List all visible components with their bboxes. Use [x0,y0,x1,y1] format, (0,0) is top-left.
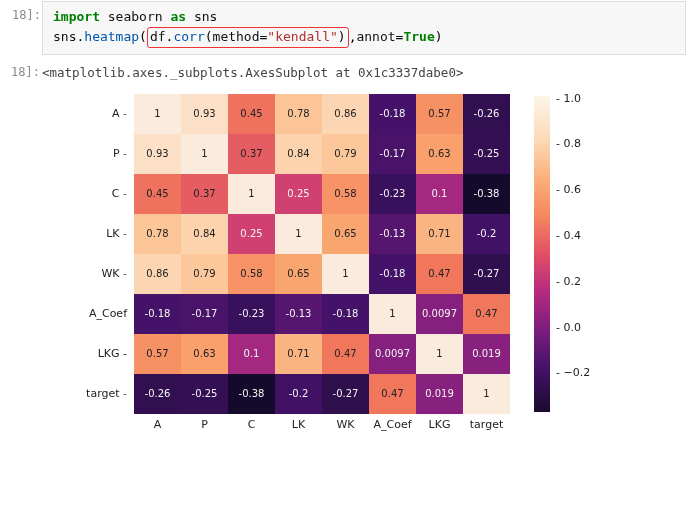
x-tick-label: LKG [416,418,463,431]
y-tick-label: P [82,134,127,174]
heatmap-cell: 0.0097 [416,294,463,334]
colorbar-tick: - 0.4 [556,229,581,242]
y-tick-label: target [82,374,127,414]
heatmap-cell: -0.13 [369,214,416,254]
code-line-2: sns.heatmap(df.corr(method="kendall"),an… [53,27,675,48]
heatmap-cell: 0.57 [134,334,181,374]
heatmap-cell: -0.38 [463,174,510,214]
heatmap-cell: 0.45 [228,94,275,134]
heatmap-cell: 0.63 [416,134,463,174]
heatmap-cell: 1 [416,334,463,374]
heatmap-cell: 0.37 [181,174,228,214]
heatmap-cell: 0.71 [275,334,322,374]
heatmap-cell: -0.2 [275,374,322,414]
heatmap-cell: -0.17 [369,134,416,174]
heatmap-cell: 0.47 [416,254,463,294]
output-area: 18]: <matplotlib.axes._subplots.AxesSubp… [42,65,686,431]
heatmap-plot: APCLKWKA_CoefLKGtarget 10.930.450.780.86… [92,94,652,431]
x-tick-label: LK [275,418,322,431]
heatmap-cell: 0.93 [181,94,228,134]
heatmap-cell: 0.86 [322,94,369,134]
heatmap-cell: 0.47 [322,334,369,374]
heatmap-cell: 1 [369,294,416,334]
heatmap-cell: 0.47 [369,374,416,414]
y-tick-label: C [82,174,127,214]
heatmap-cell: 0.45 [134,174,181,214]
heatmap-cell: 0.78 [275,94,322,134]
heatmap-cell: 1 [275,214,322,254]
heatmap-cell: 0.79 [181,254,228,294]
heatmap-cell: -0.18 [369,94,416,134]
colorbar-tick: - 0.0 [556,321,581,334]
output-repr: <matplotlib.axes._subplots.AxesSubplot a… [42,65,686,80]
heatmap-cell: 0.65 [322,214,369,254]
colorbar-tick: - 0.6 [556,183,581,196]
heatmap-cell: 0.86 [134,254,181,294]
heatmap-cell: -0.25 [463,134,510,174]
input-prompt: 18]: [1,8,41,22]
heatmap-cell: -0.23 [228,294,275,334]
heatmap-cell: -0.17 [181,294,228,334]
y-tick-label: LKG [82,334,127,374]
heatmap-cell: 0.79 [322,134,369,174]
heatmap-cell: 0.58 [228,254,275,294]
heatmap-cell: 1 [181,134,228,174]
heatmap-cell: -0.18 [134,294,181,334]
x-tick-label: A [134,418,181,431]
y-tick-label: LK [82,214,127,254]
heatmap-cell: 0.1 [416,174,463,214]
y-tick-label: A [82,94,127,134]
y-tick-label: WK [82,254,127,294]
heatmap-cell: 0.78 [134,214,181,254]
colorbar-tick: - 0.2 [556,275,581,288]
heatmap-cell: -0.26 [134,374,181,414]
colorbar: - 1.0- 0.8- 0.6- 0.4- 0.2- 0.0- −0.2 [534,96,550,412]
x-tick-label: target [463,418,510,431]
colorbar-strip [534,96,550,412]
heatmap-cell: 0.0097 [369,334,416,374]
code-cell: 18]: import seaborn as sns sns.heatmap(d… [42,1,686,55]
x-tick-label: A_Coef [369,418,416,431]
heatmap-cell: 0.57 [416,94,463,134]
heatmap-cell: -0.13 [275,294,322,334]
y-axis-labels: APCLKWKA_CoefLKGtarget [82,94,127,414]
heatmap-cell: -0.18 [322,294,369,334]
heatmap-cell: 0.58 [322,174,369,214]
heatmap-cell: -0.18 [369,254,416,294]
code-line-1: import seaborn as sns [53,8,675,27]
heatmap-cell: -0.23 [369,174,416,214]
heatmap-cell: 0.25 [228,214,275,254]
heatmap-cell: 0.37 [228,134,275,174]
heatmap-cell: 0.84 [181,214,228,254]
y-tick-label: A_Coef [82,294,127,334]
heatmap-cell: -0.38 [228,374,275,414]
heatmap-cell: -0.25 [181,374,228,414]
x-axis-labels: APCLKWKA_CoefLKGtarget [134,418,652,431]
heatmap-cell: 0.019 [463,334,510,374]
heatmap-cell: -0.26 [463,94,510,134]
heatmap-cell: 0.71 [416,214,463,254]
output-prompt: 18]: [0,65,40,79]
heatmap-cell: 1 [463,374,510,414]
x-tick-label: C [228,418,275,431]
heatmap-cell: -0.27 [322,374,369,414]
heatmap-cell: 0.84 [275,134,322,174]
heatmap-cell: 1 [134,94,181,134]
heatmap-cell: -0.2 [463,214,510,254]
heatmap-cell: 0.65 [275,254,322,294]
heatmap-cell: 1 [322,254,369,294]
colorbar-tick: - 1.0 [556,92,581,105]
heatmap-cell: 0.1 [228,334,275,374]
heatmap-cell: -0.27 [463,254,510,294]
colorbar-tick: - −0.2 [556,366,590,379]
heatmap-cell: 0.47 [463,294,510,334]
heatmap-cell: 1 [228,174,275,214]
heatmap-cell: 0.25 [275,174,322,214]
x-tick-label: WK [322,418,369,431]
heatmap-cell: 0.93 [134,134,181,174]
heatmap-cell: 0.019 [416,374,463,414]
heatmap-grid: 10.930.450.780.86-0.180.57-0.260.9310.37… [134,94,510,414]
heatmap-cell: 0.63 [181,334,228,374]
colorbar-tick: - 0.8 [556,137,581,150]
highlighted-argument: df.corr(method="kendall") [147,27,349,48]
